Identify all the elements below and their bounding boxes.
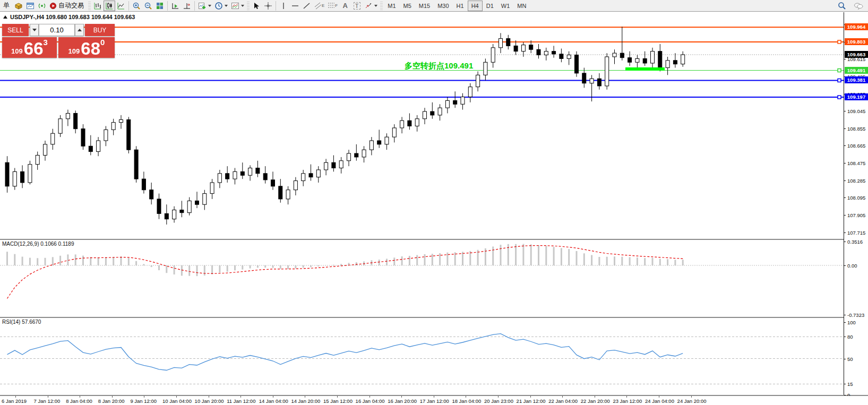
buy-button[interactable]: BUY xyxy=(85,24,115,36)
collapse-icon[interactable] xyxy=(3,15,7,19)
time-label: 14 Jan 20:00 xyxy=(291,398,320,404)
rsi-tick-label: 50 xyxy=(847,356,853,362)
time-tick xyxy=(15,396,16,398)
auto-scroll-button[interactable] xyxy=(169,1,181,11)
clock-icon xyxy=(214,2,223,10)
buy-price-button[interactable]: 109 68 0 xyxy=(58,37,115,58)
zoom-out-button[interactable] xyxy=(142,1,154,11)
time-tick xyxy=(240,396,241,398)
search-button[interactable] xyxy=(836,1,848,11)
channel-button[interactable]: E xyxy=(313,1,326,11)
toolbar-separator xyxy=(276,1,276,11)
toolbar-separator xyxy=(194,1,195,11)
price-level-label: 109.803 xyxy=(845,38,868,45)
time-label: 10 Jan 04:00 xyxy=(162,398,192,404)
trendline-button[interactable] xyxy=(301,1,313,11)
timeframe-button-mn[interactable]: MN xyxy=(513,1,530,11)
sell-button[interactable]: SELL xyxy=(2,24,29,36)
volume-decrease-button[interactable] xyxy=(30,24,39,36)
zoom-in-button[interactable] xyxy=(131,1,142,11)
timeframe-bar: M1M5M15M30H1H4D1W1MN xyxy=(384,1,530,11)
timeframe-button-m30[interactable]: M30 xyxy=(434,1,452,11)
volume-increase-button[interactable] xyxy=(75,24,84,36)
time-label: 6 Jan 2019 xyxy=(2,398,27,404)
autotrading-button[interactable]: 自动交易 xyxy=(48,1,87,11)
main-chart-pane[interactable]: USDJPY-,H4 109.680 109.683 109.644 109.6… xyxy=(0,12,844,239)
price-tick-label: 107.905 xyxy=(847,212,865,218)
dropdown-arrow-icon xyxy=(225,5,228,7)
timeframe-button-w1[interactable]: W1 xyxy=(497,1,514,11)
timeframe-button-d1[interactable]: D1 xyxy=(483,1,497,11)
crosshair-icon xyxy=(264,2,272,10)
price-tick xyxy=(844,111,846,111)
time-tick xyxy=(337,396,338,398)
rsi-plot[interactable] xyxy=(0,318,844,395)
new-order-icon[interactable] xyxy=(13,1,24,11)
time-axis[interactable]: 6 Jan 2019 7 Jan 12:00 8 Jan 04:00 8 Jan… xyxy=(0,396,868,405)
rsi-pane[interactable]: RSI(14) 57.6670 xyxy=(0,318,844,395)
chart-title: USDJPY-,H4 109.680 109.683 109.644 109.6… xyxy=(10,14,135,20)
price-tick xyxy=(844,197,846,198)
main-chart-plot[interactable] xyxy=(0,12,844,239)
bar-chart-icon xyxy=(93,2,102,10)
price-tick xyxy=(844,145,846,146)
price-tick xyxy=(844,128,846,129)
price-axis[interactable]: 109.995 109.805 109.615 109.425 109.235 … xyxy=(844,12,868,395)
macd-pane[interactable]: MACD(12,26,9) 0.1066 0.1189 xyxy=(0,240,844,317)
time-label: 16 Jan 20:00 xyxy=(388,398,417,404)
cursor-button[interactable] xyxy=(251,1,262,11)
chat-button[interactable] xyxy=(852,1,865,11)
add-indicator-icon xyxy=(198,2,207,10)
timeframe-button-m1[interactable]: M1 xyxy=(384,1,399,11)
crosshair-button[interactable] xyxy=(262,1,274,11)
cursor-icon xyxy=(252,2,261,10)
signals-button[interactable] xyxy=(36,1,48,11)
text-button[interactable]: A xyxy=(339,1,351,11)
vertical-line-icon xyxy=(279,2,288,10)
time-tick xyxy=(691,396,692,398)
fibonacci-letter: F xyxy=(335,3,338,8)
arrows-button[interactable] xyxy=(363,1,379,11)
chart-window-icon xyxy=(26,2,35,10)
rsi-tick-label: 80 xyxy=(847,334,853,340)
time-label: 18 Jan 04:00 xyxy=(452,398,481,404)
timeframe-button-m5[interactable]: M5 xyxy=(400,1,415,11)
buy-price-pip: 0 xyxy=(100,38,105,46)
timeframe-button-m15[interactable]: M15 xyxy=(415,1,434,11)
tile-windows-icon xyxy=(156,2,164,10)
fibonacci-button[interactable]: F xyxy=(326,1,339,11)
autotrading-label: 自动交易 xyxy=(57,1,85,10)
templates-button[interactable] xyxy=(229,1,246,11)
time-tick xyxy=(530,396,531,398)
time-label: 8 Jan 20:00 xyxy=(98,398,125,404)
price-tick xyxy=(844,232,846,233)
chart-shift-icon xyxy=(183,2,191,10)
timeframe-button-h4[interactable]: H4 xyxy=(468,1,483,11)
order-button[interactable]: 单 xyxy=(0,1,13,11)
bar-chart-button[interactable] xyxy=(92,1,104,11)
timeframe-button-h1[interactable]: H1 xyxy=(453,1,468,11)
periods-button[interactable] xyxy=(213,1,229,11)
indicators-button[interactable] xyxy=(196,1,213,11)
volume-input[interactable] xyxy=(39,24,75,36)
zoom-out-icon xyxy=(144,2,152,10)
vertical-line-button[interactable] xyxy=(278,1,289,11)
label-button[interactable]: T xyxy=(351,1,363,11)
chart-window-button[interactable] xyxy=(24,1,36,11)
macd-plot[interactable] xyxy=(0,240,844,317)
time-label: 17 Jan 12:00 xyxy=(420,398,449,404)
horizontal-line-button[interactable] xyxy=(289,1,301,11)
sell-price-button[interactable]: 109 66 3 xyxy=(2,37,57,58)
tile-windows-button[interactable] xyxy=(154,1,166,11)
price-level-label: 109.491 xyxy=(845,67,868,74)
macd-tick xyxy=(844,242,846,242)
line-chart-button[interactable] xyxy=(115,1,127,11)
candlestick-chart-button[interactable] xyxy=(104,1,115,11)
one-click-trading-panel: SELL BUY 109 66 3 109 68 0 xyxy=(2,24,115,58)
zoom-in-icon xyxy=(132,2,141,10)
time-tick xyxy=(659,396,659,398)
chart-shift-button[interactable] xyxy=(181,1,193,11)
time-tick xyxy=(305,396,305,398)
time-label: 7 Jan 12:00 xyxy=(34,398,61,404)
time-label: 24 Jan 04:00 xyxy=(645,398,674,404)
